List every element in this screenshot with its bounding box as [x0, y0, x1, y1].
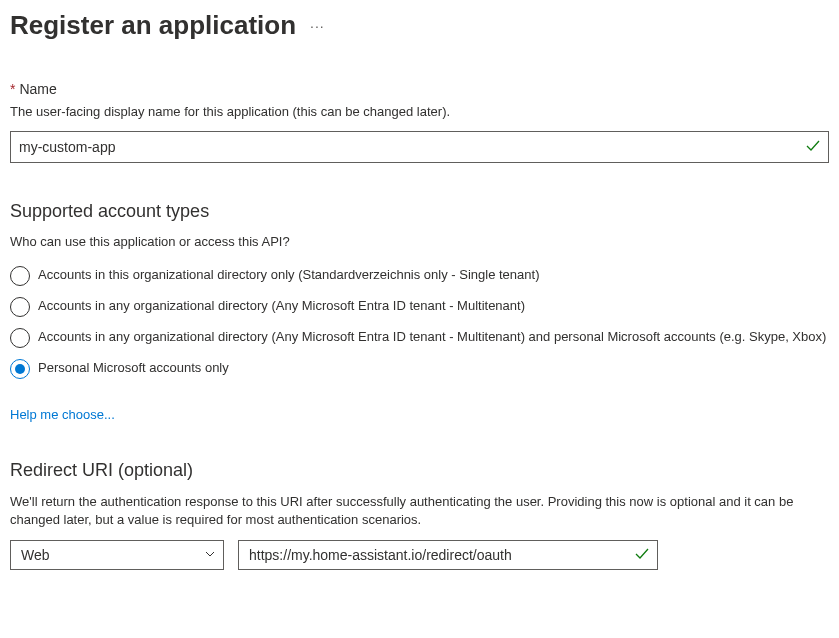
radio-label: Accounts in this organizational director…	[38, 265, 539, 285]
help-me-choose-link[interactable]: Help me choose...	[10, 407, 115, 422]
radio-circle-icon	[10, 359, 30, 379]
page-title: Register an application	[10, 10, 296, 41]
name-label-text: Name	[19, 81, 56, 97]
radio-circle-icon	[10, 328, 30, 348]
redirect-heading: Redirect URI (optional)	[10, 460, 829, 481]
more-icon[interactable]: ···	[310, 18, 325, 34]
account-types-radio-group: Accounts in this organizational director…	[10, 265, 829, 379]
name-input[interactable]	[10, 131, 829, 163]
account-types-section: Supported account types Who can use this…	[10, 201, 829, 422]
radio-circle-icon	[10, 266, 30, 286]
radio-single-tenant[interactable]: Accounts in this organizational director…	[10, 265, 829, 286]
name-label: *Name	[10, 81, 829, 97]
radio-label: Accounts in any organizational directory…	[38, 327, 826, 347]
redirect-uri-input[interactable]	[238, 540, 658, 570]
redirect-uri-section: Redirect URI (optional) We'll return the…	[10, 460, 829, 569]
platform-select-value: Web	[21, 547, 50, 563]
redirect-helper-text: We'll return the authentication response…	[10, 493, 829, 529]
radio-personal-only[interactable]: Personal Microsoft accounts only	[10, 358, 829, 379]
name-helper-text: The user-facing display name for this ap…	[10, 103, 829, 121]
radio-circle-icon	[10, 297, 30, 317]
radio-label: Personal Microsoft accounts only	[38, 358, 229, 378]
radio-multitenant[interactable]: Accounts in any organizational directory…	[10, 296, 829, 317]
account-types-question: Who can use this application or access t…	[10, 234, 829, 249]
account-types-heading: Supported account types	[10, 201, 829, 222]
radio-multitenant-personal[interactable]: Accounts in any organizational directory…	[10, 327, 829, 348]
radio-label: Accounts in any organizational directory…	[38, 296, 525, 316]
platform-select[interactable]: Web	[10, 540, 224, 570]
required-star: *	[10, 81, 15, 97]
name-section: *Name The user-facing display name for t…	[10, 81, 829, 163]
